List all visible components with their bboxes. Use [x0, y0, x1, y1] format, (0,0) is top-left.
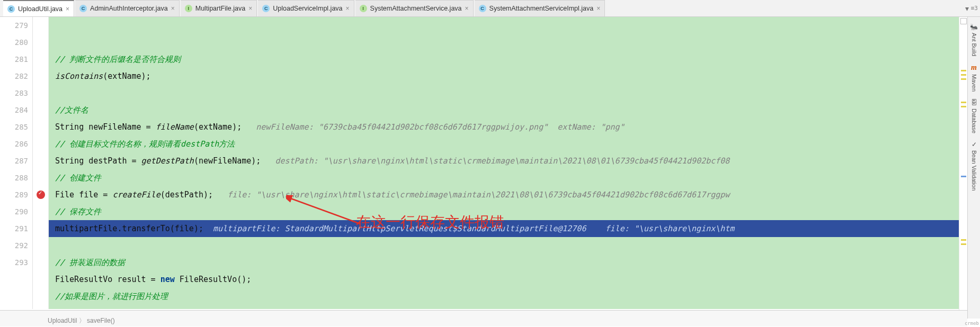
ant-icon: 🐜: [970, 23, 978, 31]
breakpoint-slot[interactable]: [33, 152, 48, 169]
code-line[interactable]: // 判断文件的后缀名是否符合规则: [49, 51, 980, 68]
code-token: // 判断文件的后缀名是否符合规则: [55, 54, 181, 64]
error-stripe-mark[interactable]: [961, 243, 966, 245]
toolwindow-label: Maven: [971, 74, 977, 92]
tab-bar-overflow[interactable]: ▾ ≡3: [965, 0, 980, 16]
code-line[interactable]: // 保存文件: [49, 203, 980, 220]
annotation-label: 在这一行保存文件报错: [356, 214, 504, 231]
code-token: FileResultVo result =: [55, 275, 161, 284]
database-icon: 🗄: [971, 99, 977, 106]
code-line[interactable]: String destPath = getDestPath(newFileNam…: [49, 152, 980, 169]
toolwindow-maven[interactable]: m Maven: [970, 60, 978, 95]
tab-label: SystemAttachmentServiceImpl.java: [489, 5, 594, 12]
code-token: (extName);: [194, 122, 256, 132]
breakpoint-slot[interactable]: [33, 102, 48, 119]
line-number: 280: [0, 34, 28, 51]
breakpoint-slot[interactable]: [33, 203, 48, 220]
error-stripe-mark[interactable]: [961, 239, 966, 241]
tab-label: MultipartFile.java: [195, 5, 245, 12]
code-line[interactable]: multipartFile.transferTo(file); multipar…: [49, 220, 980, 237]
breakpoint-slot[interactable]: [33, 85, 48, 102]
error-stripe-mark[interactable]: [961, 78, 966, 80]
java-interface-icon: I: [360, 5, 367, 12]
line-number: 282: [0, 68, 28, 85]
toolwindow-ant-build[interactable]: 🐜 Ant Build: [969, 20, 979, 59]
breakpoint-slot[interactable]: [33, 254, 48, 271]
close-icon[interactable]: ×: [248, 5, 252, 12]
breakpoint-slot[interactable]: [33, 237, 48, 254]
chevron-down-icon: ▾: [965, 4, 969, 13]
line-number: 284: [0, 102, 28, 119]
code-line[interactable]: [49, 237, 980, 254]
code-area[interactable]: // 判断文件的后缀名是否符合规则isContains(extName);//文…: [49, 17, 980, 309]
code-token: (destPath);: [161, 190, 227, 199]
code-token: FileResultVo();: [180, 275, 251, 284]
code-line[interactable]: //如果是图片，就进行图片处理: [49, 288, 980, 305]
line-number: 288: [0, 169, 28, 186]
line-number: 292: [0, 237, 28, 254]
close-icon[interactable]: ×: [465, 5, 469, 12]
breakpoint-slot[interactable]: [33, 186, 48, 203]
breakpoint-slot[interactable]: [33, 220, 48, 237]
line-number: 283: [0, 85, 28, 102]
tab-systemattachmentservice[interactable]: I SystemAttachmentService.java ×: [355, 0, 474, 16]
code-editor[interactable]: 2792802812822832842852862872882892902912…: [0, 17, 980, 309]
code-token: //文件名: [55, 105, 88, 115]
close-icon[interactable]: ×: [346, 5, 350, 12]
close-icon[interactable]: ×: [66, 5, 69, 13]
error-stripe-mark[interactable]: [961, 176, 966, 177]
breakpoint-slot[interactable]: [33, 34, 48, 51]
tab-label: UploadServiceImpl.java: [273, 5, 342, 12]
breakpoint-icon[interactable]: [37, 190, 45, 199]
error-stripe[interactable]: [959, 17, 967, 311]
editor-footer: UploadUtil 〉 saveFile(): [0, 311, 967, 326]
code-line[interactable]: isContains(extName);: [49, 68, 980, 85]
breakpoint-slot[interactable]: [33, 135, 48, 152]
toolwindow-database[interactable]: 🗄 Database: [970, 96, 978, 137]
tab-label: AdminAuthInterceptor.java: [90, 5, 168, 12]
code-token: //如果是图片，就进行图片处理: [55, 292, 168, 301]
tab-adminauthinterceptor[interactable]: C AdminAuthInterceptor.java ×: [75, 0, 180, 16]
tab-uploadserviceimpl[interactable]: C UploadServiceImpl.java ×: [258, 0, 354, 16]
hidden-tabs-count: ≡3: [971, 5, 978, 12]
code-line[interactable]: //文件名: [49, 102, 980, 119]
editor-tab-bar: C UploadUtil.java × C AdminAuthIntercept…: [0, 0, 980, 17]
code-line[interactable]: // 创建文件: [49, 169, 980, 186]
toolwindow-bean-validation[interactable]: ✓ Bean Validation: [970, 138, 978, 194]
code-token: new: [161, 275, 180, 284]
error-stripe-mark[interactable]: [961, 70, 966, 71]
close-icon[interactable]: ×: [171, 5, 175, 12]
code-line[interactable]: [49, 85, 980, 102]
breakpoint-margin[interactable]: [33, 17, 49, 309]
tab-multipartfile[interactable]: I MultipartFile.java ×: [181, 0, 257, 16]
tab-label: SystemAttachmentService.java: [370, 5, 462, 12]
tab-label: UploadUtil.java: [18, 5, 63, 13]
code-line[interactable]: // 创建目标文件的名称，规则请看destPath方法: [49, 135, 980, 152]
line-number: 293: [0, 254, 28, 271]
close-icon[interactable]: ×: [596, 5, 600, 12]
line-number: 290: [0, 203, 28, 220]
code-line[interactable]: String newFileName = fileName(extName); …: [49, 119, 980, 135]
code-line[interactable]: File file = createFile(destPath); file: …: [49, 186, 980, 203]
breakpoint-slot[interactable]: [33, 119, 48, 135]
line-number: 281: [0, 51, 28, 68]
error-stripe-mark[interactable]: [961, 102, 966, 103]
toolwindow-label: Database: [971, 108, 977, 133]
error-stripe-mark[interactable]: [961, 106, 966, 107]
breadcrumb[interactable]: UploadUtil 〉 saveFile(): [48, 316, 115, 325]
tab-uploadutil[interactable]: C UploadUtil.java ×: [3, 0, 74, 16]
code-line[interactable]: FileResultVo result = new FileResultVo()…: [49, 271, 980, 288]
breakpoint-slot[interactable]: [33, 68, 48, 85]
code-token: getDestPath: [141, 156, 194, 166]
code-line[interactable]: // 拼装返回的数据: [49, 254, 980, 271]
tab-systemattachmentserviceimpl[interactable]: C SystemAttachmentServiceImpl.java ×: [475, 0, 605, 16]
code-token: String newFileName =: [55, 122, 156, 132]
code-token: // 拼装返回的数据: [55, 258, 125, 267]
code-token: file: "\usr\share\nginx\html\static\crme…: [227, 190, 729, 199]
error-stripe-mark[interactable]: [961, 74, 966, 76]
breakpoint-slot[interactable]: [33, 17, 48, 34]
code-token: fileName: [156, 122, 194, 132]
analysis-status-icon: [960, 18, 967, 24]
breakpoint-slot[interactable]: [33, 169, 48, 186]
breakpoint-slot[interactable]: [33, 51, 48, 68]
